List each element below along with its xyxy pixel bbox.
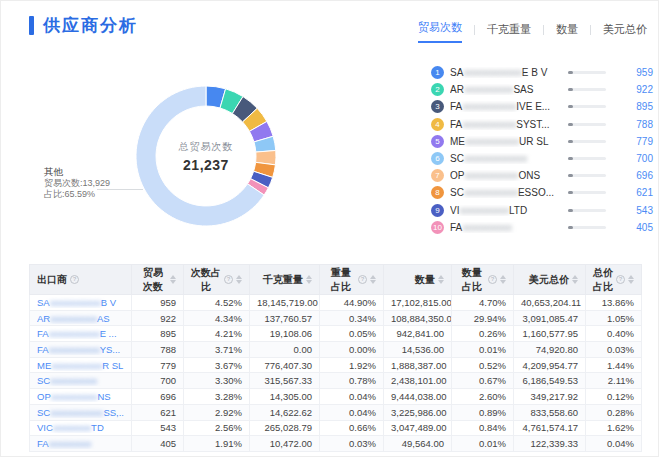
col-header-quantity-pct[interactable]: 数量占比? xyxy=(452,265,514,295)
name-blurred: xxxxxxxxxx xyxy=(49,438,92,449)
value-cell: 74,920.80 xyxy=(514,342,586,358)
table-row: OPxxxxxxxxxxx NS6963.28%14,305.000.04%9,… xyxy=(30,389,642,405)
tab-trade-count[interactable]: 贸易次数 xyxy=(418,20,462,43)
legend-name: SCxxxxxxxxxxxx ESSO... xyxy=(450,187,568,198)
col-header-price-pct[interactable]: 总价占比? xyxy=(586,265,642,295)
legend-value: 621 xyxy=(614,187,653,198)
legend-item[interactable]: 9VIxxxxxxxxxxx LTD543 xyxy=(431,202,653,219)
table-row: ARxxxxxxxxxxx AS9224.34%137,760.570.34%1… xyxy=(30,310,642,326)
others-count: 贸易次数:13,929 xyxy=(44,178,110,189)
rank-badge: 5 xyxy=(431,135,444,148)
value-cell: 2,438,101.00 xyxy=(384,373,452,389)
exporter-link[interactable]: FAxxxxxxxxxxxx YS... xyxy=(37,344,124,355)
exporter-link[interactable]: MExxxxxxxxxxxx R SL xyxy=(37,360,124,371)
info-icon[interactable]: ? xyxy=(224,275,233,284)
legend-item[interactable]: 8SCxxxxxxxxxxxx ESSO...621 xyxy=(431,184,653,201)
value-cell: 0.12% xyxy=(586,389,642,405)
legend-item[interactable]: 5MExxxxxxxxxxxxUR SL779 xyxy=(431,133,653,150)
value-cell: 0.04% xyxy=(586,436,642,452)
sort-icon[interactable] xyxy=(170,275,176,285)
exporter-link[interactable]: FAxxxxxxxxxxxx E ... xyxy=(37,328,124,339)
value-cell: 40,653,204.11 xyxy=(514,295,586,311)
exporter-link[interactable]: OPxxxxxxxxxxx NS xyxy=(37,391,124,402)
col-header-quantity[interactable]: 数量 xyxy=(384,265,452,295)
name-prefix: SC xyxy=(37,407,50,418)
mini-progress-bar xyxy=(568,105,606,108)
col-header-trade-count[interactable]: 贸易次数 xyxy=(132,265,184,295)
tab-usd-total[interactable]: 美元总价 xyxy=(603,22,647,43)
name-prefix: ME xyxy=(37,360,51,371)
legend-item[interactable]: 10FAxxxxxxxxxxx405 xyxy=(431,219,653,236)
name-prefix: FA xyxy=(37,328,49,339)
value-cell: 49,564.00 xyxy=(384,436,452,452)
name-prefix: SA xyxy=(450,67,463,78)
name-prefix: FA xyxy=(450,222,462,233)
value-cell: 2.56% xyxy=(184,420,250,436)
legend-item[interactable]: 1SAxxxxxxxxxxxxx E B V959 xyxy=(431,64,653,81)
name-suffix: B V xyxy=(101,297,116,308)
col-label: 千克重量 xyxy=(263,273,303,287)
value-cell: 265,028.79 xyxy=(250,420,320,436)
legend-item[interactable]: 6SCxxxxxxxxxxxxxx700 xyxy=(431,150,653,167)
exporter-link[interactable]: SCxxxxxxxxxxx xyxy=(37,375,124,386)
legend-item[interactable]: 2ARxxxxxxxxxxx SAS922 xyxy=(431,81,653,98)
exporter-link[interactable]: VICxxxxxxxxx TD xyxy=(37,422,124,433)
mini-progress-bar xyxy=(568,157,606,160)
value-cell: 2.11% xyxy=(586,373,642,389)
sort-icon[interactable] xyxy=(500,275,506,285)
value-cell: 4.21% xyxy=(184,326,250,342)
legend-item[interactable]: 4FAxxxxxxxxxxxx SYST...788 xyxy=(431,116,653,133)
value-cell: 0.66% xyxy=(320,420,384,436)
value-cell: 315,567.33 xyxy=(250,373,320,389)
donut-center-value: 21,237 xyxy=(146,157,266,173)
sort-icon[interactable] xyxy=(438,275,444,285)
rank-badge: 7 xyxy=(431,169,444,182)
exporter-link[interactable]: SAxxxxxxxxxxxx B V xyxy=(37,297,124,308)
exporter-link[interactable]: SCxxxxxxxxxxxxx SS,.. xyxy=(37,407,124,418)
info-icon[interactable]: ? xyxy=(70,275,79,284)
tab-divider xyxy=(474,25,475,35)
value-cell: 3.30% xyxy=(184,373,250,389)
sort-icon[interactable] xyxy=(628,275,634,285)
value-cell: 0.78% xyxy=(320,373,384,389)
name-prefix: FA xyxy=(450,119,462,130)
value-cell: 621 xyxy=(132,404,184,420)
tab-quantity[interactable]: 数量 xyxy=(556,22,578,43)
value-cell: 1,160,577.95 xyxy=(514,326,586,342)
info-icon[interactable]: ? xyxy=(616,275,625,284)
value-cell: 18,145,719.00 xyxy=(250,295,320,311)
value-cell: 4.34% xyxy=(184,310,250,326)
mini-progress-bar xyxy=(568,140,606,143)
info-icon[interactable]: ? xyxy=(488,275,497,284)
exporter-link[interactable]: ARxxxxxxxxxxx AS xyxy=(37,313,124,324)
table-body: SAxxxxxxxxxxxx B V9594.52%18,145,719.004… xyxy=(30,295,642,452)
name-suffix: SAS xyxy=(513,84,533,95)
value-cell: 696 xyxy=(132,389,184,405)
sort-icon[interactable] xyxy=(370,275,376,285)
col-header-usd-total[interactable]: 美元总价 xyxy=(514,265,586,295)
legend-item[interactable]: 7OPxxxxxxxxxxxxONS696 xyxy=(431,167,653,184)
col-header-count-pct[interactable]: 次数占比? xyxy=(184,265,250,295)
rank-badge: 2 xyxy=(431,83,444,96)
info-icon[interactable]: ? xyxy=(358,275,367,284)
value-cell: 2.92% xyxy=(184,404,250,420)
legend-name: FAxxxxxxxxxxxxIVE E... xyxy=(450,101,568,112)
sort-icon[interactable] xyxy=(236,275,242,285)
col-header-kg-weight[interactable]: 千克重量 xyxy=(250,265,320,295)
value-cell: 0.04% xyxy=(320,389,384,405)
value-cell: 13.86% xyxy=(586,295,642,311)
name-prefix: FA xyxy=(37,438,49,449)
col-header-exporter: 出口商? xyxy=(30,265,132,295)
legend-item[interactable]: 3FAxxxxxxxxxxxxIVE E...895 xyxy=(431,98,653,115)
tab-kg-weight[interactable]: 千克重量 xyxy=(487,22,531,43)
name-blurred: xxxxxxxxxxxx xyxy=(464,170,518,181)
exporter-cell: OPxxxxxxxxxxx NS xyxy=(30,389,132,405)
exporter-link[interactable]: FAxxxxxxxxxx xyxy=(37,438,124,449)
sort-icon[interactable] xyxy=(306,275,312,285)
col-header-weight-pct[interactable]: 重量占比? xyxy=(320,265,384,295)
name-blurred: xxxxxxxxxxxxx xyxy=(50,407,103,418)
supplier-legend: 1SAxxxxxxxxxxxxx E B V9592ARxxxxxxxxxxx … xyxy=(431,64,653,236)
legend-name: SCxxxxxxxxxxxxxx xyxy=(450,153,568,164)
sort-icon[interactable] xyxy=(572,275,578,285)
legend-value: 696 xyxy=(614,170,653,181)
